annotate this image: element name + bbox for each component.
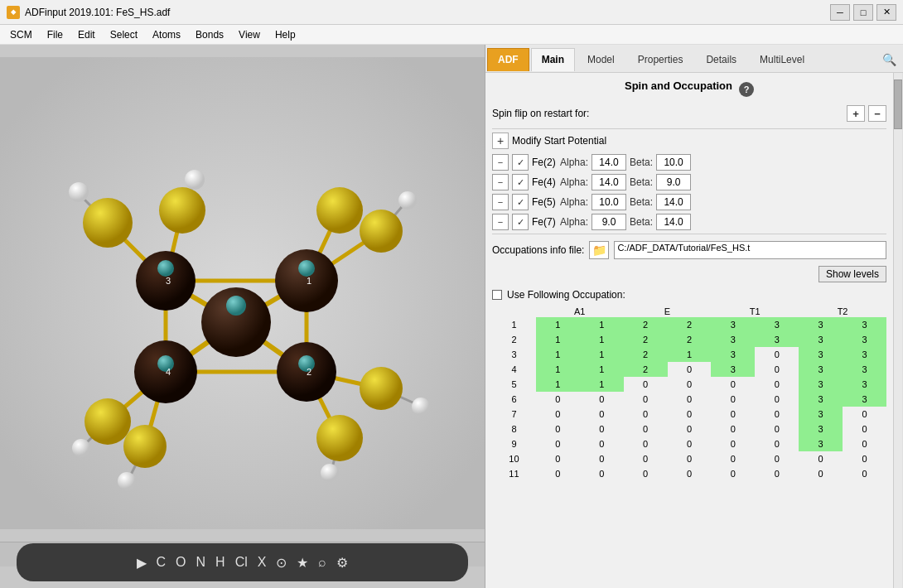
molecule-canvas[interactable]: 3 1 4 2 — [0, 45, 485, 542]
occ-cell[interactable]: 0 — [624, 451, 668, 466]
spin-flip-minus[interactable]: − — [868, 105, 886, 122]
fe5-alpha-input[interactable] — [592, 194, 626, 210]
occ-cell[interactable]: 0 — [755, 362, 799, 377]
fe4-check-btn[interactable]: ✓ — [512, 174, 529, 190]
folder-button[interactable]: 📁 — [589, 241, 609, 259]
fe7-minus-btn[interactable]: − — [492, 214, 509, 230]
menu-help[interactable]: Help — [268, 27, 302, 42]
occ-cell[interactable]: 0 — [843, 466, 886, 481]
fe7-beta-input[interactable] — [656, 214, 691, 230]
help-button[interactable]: ? — [739, 82, 754, 97]
menu-bonds[interactable]: Bonds — [189, 27, 230, 42]
occ-cell[interactable]: 1 — [536, 362, 580, 377]
fe5-beta-input[interactable] — [656, 194, 691, 210]
fe7-check-btn[interactable]: ✓ — [512, 214, 529, 230]
occ-cell[interactable]: 0 — [843, 451, 886, 466]
occ-cell[interactable]: 0 — [536, 436, 580, 451]
tab-main[interactable]: Main — [531, 48, 575, 71]
occ-cell[interactable]: 0 — [580, 436, 624, 451]
occ-cell[interactable]: 1 — [668, 347, 712, 362]
occ-cell[interactable]: 3 — [711, 362, 755, 377]
occ-cell[interactable]: 0 — [668, 466, 712, 481]
occ-cell[interactable]: 0 — [580, 466, 624, 481]
scrollbar-thumb[interactable] — [894, 80, 902, 129]
occ-cell[interactable]: 0 — [668, 377, 712, 392]
show-levels-button[interactable]: Show levels — [818, 266, 886, 282]
occ-cell[interactable]: 3 — [843, 392, 886, 407]
occ-cell[interactable]: 3 — [799, 377, 843, 392]
occ-cell[interactable]: 3 — [755, 317, 799, 332]
occ-cell[interactable]: 0 — [536, 422, 580, 436]
use-occupation-checkbox[interactable] — [492, 290, 502, 300]
occ-cell[interactable]: 0 — [624, 392, 668, 407]
occ-cell[interactable]: 3 — [711, 347, 755, 362]
occ-cell[interactable]: 0 — [668, 451, 712, 466]
occ-cell[interactable]: 0 — [711, 436, 755, 451]
occ-cell[interactable]: 3 — [799, 436, 843, 451]
occ-cell[interactable]: 0 — [580, 451, 624, 466]
occ-cell[interactable]: 0 — [799, 451, 843, 466]
occ-cell[interactable]: 0 — [580, 422, 624, 436]
search-icon[interactable]: 🔍 — [877, 51, 901, 68]
occ-cell[interactable]: 3 — [755, 332, 799, 347]
menu-view[interactable]: View — [232, 27, 267, 42]
menu-select[interactable]: Select — [104, 27, 144, 42]
tool-dot[interactable]: ⊙ — [276, 555, 287, 571]
menu-edit[interactable]: Edit — [71, 27, 102, 42]
tool-C[interactable]: C — [157, 555, 167, 570]
occ-cell[interactable]: 0 — [711, 451, 755, 466]
occ-cell[interactable]: 0 — [843, 422, 886, 436]
fe4-alpha-input[interactable] — [592, 174, 626, 190]
occ-cell[interactable]: 1 — [536, 347, 580, 362]
occ-cell[interactable]: 0 — [580, 407, 624, 422]
occ-cell[interactable]: 0 — [755, 451, 799, 466]
occ-cell[interactable]: 2 — [624, 317, 668, 332]
occ-cell[interactable]: 1 — [580, 377, 624, 392]
occ-cell[interactable]: 1 — [580, 317, 624, 332]
tool-X[interactable]: X — [258, 555, 267, 570]
fe2-alpha-input[interactable] — [592, 154, 626, 171]
close-button[interactable]: ✕ — [876, 4, 896, 21]
tool-N[interactable]: N — [196, 555, 206, 570]
fe2-check-btn[interactable]: ✓ — [512, 154, 529, 171]
occ-cell[interactable]: 0 — [711, 466, 755, 481]
tool-cursor[interactable]: ▶ — [137, 555, 147, 571]
minimize-button[interactable]: ─ — [830, 4, 850, 21]
occ-cell[interactable]: 0 — [668, 362, 712, 377]
occ-cell[interactable]: 3 — [843, 377, 886, 392]
occ-cell[interactable]: 0 — [755, 466, 799, 481]
occ-cell[interactable]: 2 — [668, 332, 712, 347]
occ-cell[interactable]: 3 — [799, 347, 843, 362]
menu-atoms[interactable]: Atoms — [146, 27, 187, 42]
occ-cell[interactable]: 0 — [536, 451, 580, 466]
occ-cell[interactable]: 3 — [799, 422, 843, 436]
menu-scm[interactable]: SCM — [3, 27, 39, 42]
occ-cell[interactable]: 2 — [624, 347, 668, 362]
tool-settings[interactable]: ⚙ — [336, 555, 348, 571]
occ-cell[interactable]: 2 — [624, 362, 668, 377]
occ-cell[interactable]: 1 — [580, 362, 624, 377]
occ-cell[interactable]: 0 — [711, 377, 755, 392]
scrollbar[interactable] — [893, 73, 903, 588]
tool-search[interactable]: ⌕ — [318, 555, 326, 570]
occ-cell[interactable]: 0 — [755, 407, 799, 422]
occ-cell[interactable]: 0 — [668, 422, 712, 436]
tab-details[interactable]: Details — [695, 48, 747, 71]
tool-star[interactable]: ★ — [297, 555, 308, 571]
fe2-beta-input[interactable] — [656, 154, 691, 171]
spin-flip-plus[interactable]: + — [847, 105, 865, 122]
tab-multilevel[interactable]: MultiLevel — [749, 48, 815, 71]
occ-cell[interactable]: 0 — [843, 436, 886, 451]
occ-cell[interactable]: 2 — [624, 332, 668, 347]
occ-cell[interactable]: 0 — [536, 392, 580, 407]
tool-O[interactable]: O — [176, 555, 186, 570]
occ-cell[interactable]: 0 — [580, 392, 624, 407]
occ-cell[interactable]: 0 — [755, 392, 799, 407]
occ-cell[interactable]: 0 — [711, 407, 755, 422]
occ-cell[interactable]: 0 — [755, 377, 799, 392]
fe5-check-btn[interactable]: ✓ — [512, 194, 529, 210]
tool-H[interactable]: H — [215, 555, 225, 570]
fe4-beta-input[interactable] — [656, 174, 691, 190]
maximize-button[interactable]: □ — [853, 4, 873, 21]
occ-cell[interactable]: 0 — [843, 407, 886, 422]
